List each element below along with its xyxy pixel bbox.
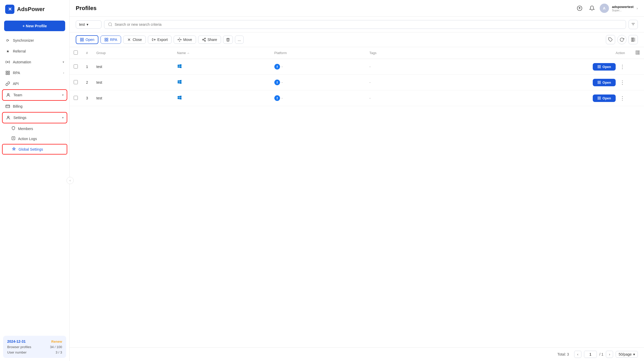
chevron-right-icon: › xyxy=(63,71,64,75)
row-more-button[interactable]: ⋮ xyxy=(618,94,627,102)
app-logo: ✕ AdsPower xyxy=(0,0,69,19)
sidebar-item-referral[interactable]: ★ Referral xyxy=(2,46,67,56)
svg-point-16 xyxy=(108,23,112,26)
filter-button[interactable] xyxy=(629,20,638,29)
row-more-button[interactable]: ⋮ xyxy=(618,78,627,87)
svg-rect-41 xyxy=(634,38,635,41)
row-action-cell: Open ⋮ xyxy=(436,75,631,90)
open-icon xyxy=(80,38,84,42)
row-open-button[interactable]: Open xyxy=(593,63,616,71)
sidebar-item-global-settings[interactable]: Global Settings xyxy=(2,144,67,154)
sort-icon xyxy=(187,52,190,55)
search-input[interactable] xyxy=(115,22,622,27)
column-name[interactable]: Name xyxy=(173,47,270,59)
row-open-button[interactable]: Open xyxy=(593,79,616,86)
sidebar-item-label: Billing xyxy=(13,104,22,108)
select-all-checkbox[interactable] xyxy=(74,50,78,55)
chevron-down-icon: ▾ xyxy=(62,116,64,119)
rpa-button[interactable]: RPA xyxy=(100,36,121,44)
share-label: Share xyxy=(208,38,217,42)
group-selector[interactable]: test ▾ xyxy=(76,20,101,29)
expiry-date: 2024-12-31 xyxy=(7,339,26,343)
row-platform: f - xyxy=(270,75,365,90)
sidebar-item-label: RPA xyxy=(13,71,20,75)
action-bar: Open RPA Close Export Move Share ... xyxy=(70,32,644,47)
toolbar: test ▾ xyxy=(70,17,644,32)
svg-rect-25 xyxy=(105,38,106,39)
page-number-input[interactable] xyxy=(584,351,597,358)
row-name xyxy=(173,75,270,90)
svg-rect-46 xyxy=(599,65,600,66)
sidebar-nav: ⟳ Synchronizer ★ Referral Automation ▾ R… xyxy=(0,35,69,333)
close-icon xyxy=(127,38,131,42)
row-checkbox[interactable] xyxy=(74,96,78,100)
next-page-button[interactable]: › xyxy=(606,351,613,358)
sidebar-item-team[interactable]: Team ▾ xyxy=(2,89,67,101)
table-row: 2 test f - - Open ⋮ xyxy=(70,75,644,90)
chevron-down-icon: ▾ xyxy=(87,22,88,27)
table-header-row: # Group Name Platform Tags Action xyxy=(70,47,644,59)
svg-rect-24 xyxy=(82,40,83,41)
row-spacer xyxy=(631,59,644,75)
svg-rect-55 xyxy=(598,98,599,99)
user-info[interactable]: adspowertest Super... xyxy=(612,5,634,12)
row-checkbox[interactable] xyxy=(74,64,78,68)
sidebar-item-billing[interactable]: Billing xyxy=(2,101,67,111)
svg-rect-2 xyxy=(8,71,10,72)
table-settings-icon xyxy=(635,50,640,55)
sidebar-item-label: Team xyxy=(13,93,22,97)
sidebar-item-members[interactable]: Members xyxy=(2,124,67,133)
sidebar-item-label: Synchronizer xyxy=(13,38,34,42)
svg-rect-40 xyxy=(633,38,634,41)
sidebar-item-automation[interactable]: Automation ▾ xyxy=(2,57,67,67)
windows-logo-icon xyxy=(177,79,182,84)
delete-button[interactable] xyxy=(223,36,233,44)
page-size-selector[interactable]: 50/page ▾ xyxy=(616,351,638,358)
row-checkbox[interactable] xyxy=(74,80,78,84)
close-button[interactable]: Close xyxy=(123,36,146,44)
svg-rect-44 xyxy=(639,51,640,54)
svg-rect-21 xyxy=(80,38,82,39)
settings-icon xyxy=(6,115,11,120)
svg-rect-1 xyxy=(6,71,7,72)
column-settings[interactable] xyxy=(631,47,644,59)
export-button[interactable]: Export xyxy=(148,36,172,44)
avatar[interactable]: A xyxy=(600,4,609,13)
svg-point-5 xyxy=(7,93,9,95)
open-btn-icon xyxy=(597,81,601,84)
windows-icon xyxy=(177,96,182,101)
row-open-button[interactable]: Open xyxy=(593,94,616,102)
row-more-button[interactable]: ⋮ xyxy=(618,63,627,71)
svg-rect-48 xyxy=(599,67,600,68)
row-number: 3 xyxy=(82,90,92,106)
sidebar-item-rpa[interactable]: RPA › xyxy=(2,68,67,78)
upload-button[interactable] xyxy=(575,4,584,13)
svg-rect-47 xyxy=(598,67,599,68)
search-icon xyxy=(108,22,113,27)
refresh-button[interactable] xyxy=(617,35,626,44)
prev-page-button[interactable]: ‹ xyxy=(574,351,581,358)
sidebar-item-settings[interactable]: Settings ▾ xyxy=(2,112,67,123)
user-role: Super... xyxy=(612,9,634,12)
move-label: Move xyxy=(183,38,192,42)
columns-button[interactable] xyxy=(629,35,638,44)
notification-bell-button[interactable] xyxy=(587,4,597,13)
new-profile-button[interactable]: + New Profile xyxy=(4,21,65,31)
open-button[interactable]: Open xyxy=(76,35,98,44)
move-button[interactable]: Move xyxy=(174,36,196,44)
renew-button[interactable]: Renew xyxy=(51,340,62,343)
user-menu-chevron[interactable]: › xyxy=(637,6,638,10)
share-button[interactable]: Share xyxy=(198,36,221,44)
more-actions-button[interactable]: ... xyxy=(235,36,244,44)
sidebar-item-synchronizer[interactable]: ⟳ Synchronizer xyxy=(2,35,67,46)
sidebar-item-action-logs[interactable]: Action Logs xyxy=(2,134,67,143)
facebook-icon: f xyxy=(274,95,280,101)
tag-icon xyxy=(608,37,613,42)
row-name xyxy=(173,90,270,106)
page-header: Profiles A adspowertest Super... › xyxy=(70,0,644,17)
tag-button[interactable] xyxy=(606,35,615,44)
platform-suffix: - xyxy=(282,65,283,69)
sidebar-item-api[interactable]: API xyxy=(2,79,67,89)
column-group[interactable]: Group xyxy=(92,47,173,59)
row-spacer xyxy=(631,90,644,106)
